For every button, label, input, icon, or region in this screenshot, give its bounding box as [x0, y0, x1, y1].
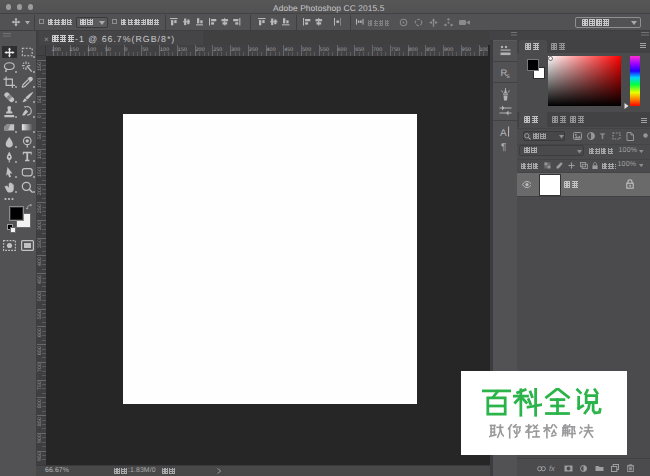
- svg-text:A: A: [500, 128, 507, 139]
- svg-text:¶: ¶: [501, 142, 506, 153]
- svg-text:s: s: [507, 73, 511, 80]
